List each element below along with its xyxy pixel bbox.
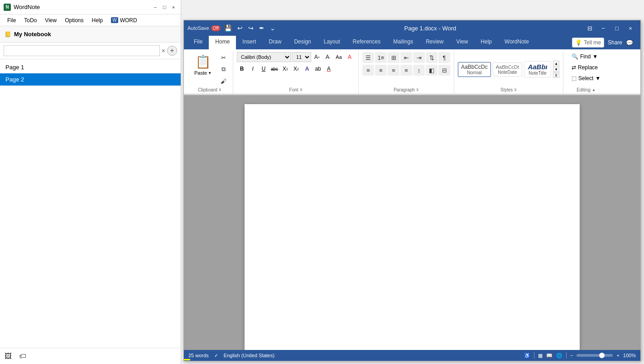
menu-view[interactable]: View — [41, 16, 60, 24]
line-spacing-button[interactable]: ↕ — [413, 65, 425, 76]
view-normal-icon[interactable]: ▦ — [538, 353, 543, 359]
comments-icon[interactable]: 💬 — [626, 39, 633, 46]
wordnote-minimize-button[interactable]: − — [152, 4, 159, 11]
tab-help[interactable]: Help — [474, 36, 498, 50]
accessibility-icon[interactable]: ♿ — [524, 353, 530, 359]
tab-home[interactable]: Home — [209, 36, 236, 50]
underline-button[interactable]: U — [259, 64, 269, 74]
view-read-icon[interactable]: 📖 — [546, 353, 553, 359]
select-button[interactable]: ⬚ Select ▼ — [568, 74, 604, 83]
bold-button[interactable]: B — [237, 64, 247, 74]
font-expand-icon[interactable]: ⊻ — [300, 88, 303, 92]
paragraph-expand-icon[interactable]: ⊻ — [416, 88, 419, 92]
numbering-button[interactable]: 1≡ — [375, 52, 387, 63]
change-case-button[interactable]: Aa — [334, 52, 344, 62]
wordnote-maximize-button[interactable]: □ — [161, 4, 168, 11]
search-clear-button[interactable]: × — [162, 47, 165, 54]
text-effect-button[interactable]: A — [302, 64, 312, 74]
undo-button[interactable]: ↩ — [235, 24, 245, 33]
replace-button[interactable]: ⇄ Replace — [568, 63, 601, 72]
tab-layout[interactable]: Layout — [317, 36, 346, 50]
word-page[interactable] — [245, 104, 580, 350]
justify-button[interactable]: ≡ — [400, 65, 412, 76]
zoom-slider[interactable] — [577, 354, 613, 357]
styles-expand-icon[interactable]: ⊻ — [514, 88, 517, 92]
style-scroll-up[interactable]: ▲ — [553, 61, 559, 66]
style-notedate[interactable]: AaBbCcDt NoteDate — [493, 62, 522, 77]
menu-word[interactable]: W WORD — [107, 16, 140, 24]
font-name-select[interactable]: Calibri (Body) — [237, 52, 291, 62]
image-icon[interactable]: 🖼 — [5, 352, 12, 360]
increase-indent-button[interactable]: ⇥ — [413, 52, 425, 63]
language[interactable]: English (United States) — [224, 353, 275, 358]
zoom-out-button[interactable]: − — [570, 353, 573, 358]
share-button[interactable]: Share — [608, 39, 622, 46]
find-button[interactable]: 🔍 Find ▼ — [568, 52, 601, 61]
font-grow-button[interactable]: A+ — [312, 52, 322, 62]
tab-view[interactable]: View — [450, 36, 475, 50]
paste-icon: 📋 — [195, 54, 211, 69]
tab-insert[interactable]: Insert — [236, 36, 262, 50]
zoom-in-button[interactable]: + — [616, 353, 619, 358]
shading-button[interactable]: ◧ — [426, 65, 437, 76]
zoom-level[interactable]: 100% — [623, 353, 636, 358]
show-hide-button[interactable]: ¶ — [438, 52, 450, 63]
cut-button[interactable]: ✂ — [217, 52, 229, 63]
page-item-page2[interactable]: Page 2 — [0, 73, 181, 86]
menu-file[interactable]: File — [4, 16, 19, 24]
tab-draw[interactable]: Draw — [262, 36, 288, 50]
editing-expand-icon[interactable]: ▲ — [592, 88, 596, 92]
menu-options[interactable]: Options — [61, 16, 87, 24]
tab-design[interactable]: Design — [288, 36, 317, 50]
copy-button[interactable]: ⧉ — [217, 64, 229, 75]
strikethrough-button[interactable]: abc — [269, 64, 279, 74]
font-shrink-button[interactable]: A- — [323, 52, 333, 62]
word-maximize-button[interactable]: □ — [610, 22, 623, 34]
paste-button[interactable]: 📋 Paste ▼ — [190, 52, 216, 78]
bullets-button[interactable]: ☰ — [362, 52, 374, 63]
tab-wordnote[interactable]: WordNote — [498, 36, 535, 50]
multilevel-button[interactable]: ⊞ — [388, 52, 399, 63]
search-input[interactable] — [4, 45, 160, 56]
sort-button[interactable]: ⇅ — [426, 52, 437, 63]
view-web-icon[interactable]: 🌐 — [556, 353, 562, 359]
font-color-button[interactable]: A — [324, 64, 334, 74]
qat-more-button[interactable]: ⌄ — [268, 24, 277, 33]
tab-review[interactable]: Review — [419, 36, 450, 50]
tab-file[interactable]: File — [187, 36, 209, 50]
subscript-button[interactable]: X2 — [280, 64, 290, 74]
align-left-button[interactable]: ≡ — [362, 65, 374, 76]
proofing-icon[interactable]: ✓ — [214, 353, 218, 359]
add-page-button[interactable]: + — [167, 46, 177, 56]
word-minimize-button[interactable]: − — [597, 22, 610, 34]
text-highlight-button[interactable]: ab — [313, 64, 323, 74]
decrease-indent-button[interactable]: ⇤ — [400, 52, 412, 63]
style-notetitle[interactable]: AaBbı NoteTitle — [524, 61, 551, 77]
italic-button[interactable]: I — [248, 64, 258, 74]
menu-help[interactable]: Help — [88, 16, 107, 24]
tag-icon[interactable]: 🏷 — [19, 352, 26, 360]
redo-button[interactable]: ↪ — [246, 24, 255, 33]
clear-formatting-button[interactable]: A — [345, 52, 355, 62]
align-center-button[interactable]: ≡ — [375, 65, 387, 76]
wordnote-close-button[interactable]: × — [170, 4, 177, 11]
style-scroll-down[interactable]: ▼ — [553, 67, 559, 72]
save-button[interactable]: 💾 — [222, 24, 234, 33]
word-minimize-side-button[interactable]: ⊟ — [583, 22, 596, 34]
word-count[interactable]: 25 words — [188, 353, 209, 358]
page-item-page1[interactable]: Page 1 — [0, 61, 181, 73]
borders-button[interactable]: ⊟ — [438, 65, 450, 76]
style-scroll-expand[interactable]: ⊻ — [553, 72, 559, 78]
align-right-button[interactable]: ≡ — [388, 65, 399, 76]
clipboard-expand-icon[interactable]: ⊻ — [219, 88, 221, 92]
menu-todo[interactable]: ToDo — [20, 16, 40, 24]
superscript-button[interactable]: X2 — [291, 64, 301, 74]
tab-mailings[interactable]: Mailings — [387, 36, 419, 50]
tab-references[interactable]: References — [346, 36, 387, 50]
style-normal[interactable]: AaBbCcDc Normal — [458, 62, 491, 77]
font-size-select[interactable]: 11 — [292, 52, 311, 62]
word-close-button[interactable]: × — [624, 22, 637, 34]
format-painter-button[interactable]: 🖌 — [217, 76, 229, 86]
pen-button[interactable]: ✒ — [257, 24, 266, 33]
tell-me-area[interactable]: 💡 Tell me — [572, 38, 604, 48]
